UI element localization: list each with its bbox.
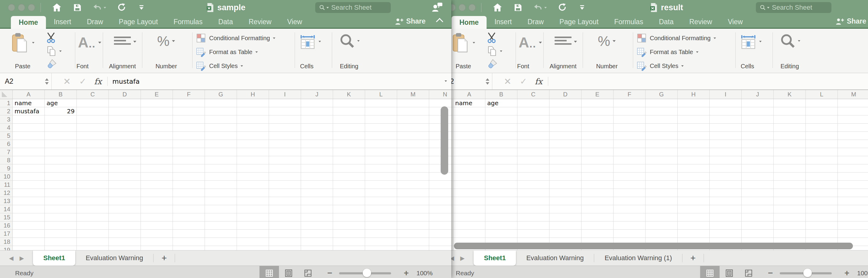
column-header-E[interactable]: E <box>582 90 614 99</box>
collapse-ribbon-icon[interactable] <box>436 18 443 25</box>
cell-F5[interactable] <box>614 132 646 140</box>
cell-B9[interactable] <box>45 164 77 173</box>
cell-C2[interactable] <box>77 107 109 116</box>
cell-I7[interactable] <box>710 148 742 156</box>
cell-H1[interactable] <box>678 99 710 107</box>
cell-C2[interactable] <box>518 107 550 116</box>
worksheet-grid[interactable]: ABCDEFGHIJKLMN1nameage2mustafa2934567891… <box>0 90 451 250</box>
tab-home[interactable]: Home <box>452 16 487 29</box>
cell-E19[interactable] <box>141 246 173 250</box>
cell-H13[interactable] <box>678 197 710 205</box>
cell-B11[interactable] <box>45 181 77 189</box>
cell-J19[interactable] <box>301 246 333 250</box>
cell-G18[interactable] <box>205 238 237 246</box>
cell-E9[interactable] <box>582 164 614 173</box>
share-button[interactable]: Share <box>395 17 426 25</box>
cell-L17[interactable] <box>365 230 397 238</box>
cell-H12[interactable] <box>237 189 269 197</box>
cell-N19[interactable] <box>429 246 451 250</box>
cell-K17[interactable] <box>774 230 806 238</box>
cell-E5[interactable] <box>582 132 614 140</box>
cell-K10[interactable] <box>333 173 365 181</box>
cell-J14[interactable] <box>301 205 333 213</box>
cell-A1[interactable]: name <box>13 99 45 107</box>
cell-D19[interactable] <box>109 246 141 250</box>
cell-N12[interactable] <box>429 189 451 197</box>
row-header-6[interactable]: 6 <box>0 140 13 148</box>
cell-I18[interactable] <box>269 238 301 246</box>
cell-I13[interactable] <box>710 197 742 205</box>
cell-H10[interactable] <box>237 173 269 181</box>
cell-D8[interactable] <box>550 156 582 164</box>
undo-icon[interactable] <box>93 3 106 12</box>
cell-K18[interactable] <box>333 238 365 246</box>
cell-L2[interactable] <box>806 107 838 116</box>
tab-page-layout[interactable]: Page Layout <box>111 16 166 28</box>
redo-icon[interactable] <box>117 3 127 12</box>
cell-K16[interactable] <box>774 221 806 230</box>
cell-I9[interactable] <box>269 164 301 173</box>
cell-F14[interactable] <box>614 205 646 213</box>
cell-M15[interactable] <box>397 213 429 221</box>
cell-D16[interactable] <box>550 221 582 230</box>
cell-G17[interactable] <box>205 230 237 238</box>
zoom-out-button[interactable]: − <box>327 268 332 278</box>
cell-C12[interactable] <box>77 189 109 197</box>
tab-review[interactable]: Review <box>682 16 720 28</box>
row-header-14[interactable]: 14 <box>0 205 13 213</box>
cell-C19[interactable] <box>77 246 109 250</box>
cell-L8[interactable] <box>806 156 838 164</box>
cell-E3[interactable] <box>141 116 173 124</box>
cell-K9[interactable] <box>333 164 365 173</box>
cell-M2[interactable] <box>838 107 868 116</box>
cell-I11[interactable] <box>269 181 301 189</box>
cell-F12[interactable] <box>173 189 205 197</box>
cell-G16[interactable] <box>205 221 237 230</box>
row-header-7[interactable]: 7 <box>0 148 13 156</box>
cell-F13[interactable] <box>173 197 205 205</box>
cell-D10[interactable] <box>550 173 582 181</box>
cell-E7[interactable] <box>141 148 173 156</box>
cell-G1[interactable] <box>646 99 678 107</box>
cell-M15[interactable] <box>838 213 868 221</box>
column-header-F[interactable]: F <box>173 90 205 99</box>
zoom-out-button[interactable]: − <box>768 268 773 278</box>
cell-F14[interactable] <box>173 205 205 213</box>
cell-M7[interactable] <box>838 148 868 156</box>
cell-A6[interactable] <box>453 140 485 148</box>
cell-H10[interactable] <box>678 173 710 181</box>
cell-A16[interactable] <box>453 221 485 230</box>
view-page-break-button[interactable] <box>298 266 318 278</box>
cell-D7[interactable] <box>550 148 582 156</box>
cell-D3[interactable] <box>550 116 582 124</box>
number-button[interactable]: % <box>157 34 175 48</box>
cell-A8[interactable] <box>13 156 45 164</box>
cell-H12[interactable] <box>678 189 710 197</box>
cell-H8[interactable] <box>678 156 710 164</box>
cell-J9[interactable] <box>301 164 333 173</box>
cell-J13[interactable] <box>742 197 774 205</box>
cell-C11[interactable] <box>518 181 550 189</box>
column-header-G[interactable]: G <box>646 90 678 99</box>
cancel-icon[interactable]: ✕ <box>63 76 71 87</box>
zoom-slider-thumb[interactable] <box>803 269 812 277</box>
cell-M10[interactable] <box>397 173 429 181</box>
cell-L6[interactable] <box>806 140 838 148</box>
cell-K2[interactable] <box>774 107 806 116</box>
cell-C14[interactable] <box>518 205 550 213</box>
cell-G14[interactable] <box>205 205 237 213</box>
cell-F17[interactable] <box>614 230 646 238</box>
cell-C1[interactable] <box>518 99 550 107</box>
cell-L5[interactable] <box>806 132 838 140</box>
cell-J4[interactable] <box>742 124 774 132</box>
cell-H17[interactable] <box>678 230 710 238</box>
cell-G11[interactable] <box>646 181 678 189</box>
cell-I15[interactable] <box>710 213 742 221</box>
cell-F15[interactable] <box>173 213 205 221</box>
tab-data[interactable]: Data <box>651 16 682 28</box>
cell-D17[interactable] <box>109 230 141 238</box>
column-header-L[interactable]: L <box>806 90 838 99</box>
sheet-tab-evaluation-warning[interactable]: Evaluation Warning <box>516 250 594 266</box>
cell-F3[interactable] <box>173 116 205 124</box>
cell-N1[interactable] <box>429 99 451 107</box>
